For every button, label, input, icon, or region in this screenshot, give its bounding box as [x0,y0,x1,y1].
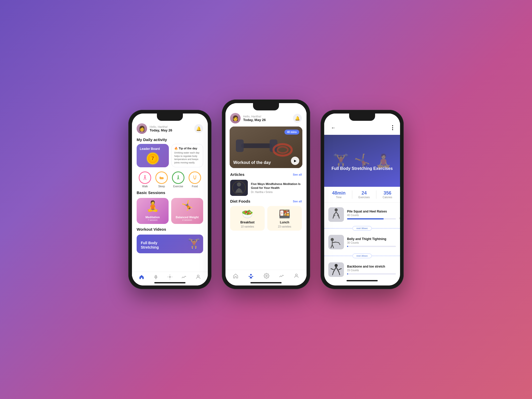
diet-lunch[interactable]: 🍱 Lunch 23 varieties [267,206,302,231]
svg-point-15 [237,182,241,187]
exercise-1-progress: 75% [347,218,396,220]
exercise-2-fill [347,246,348,247]
center-header-text: Hello, Haritha! Today, May 26 [243,115,266,122]
more-button[interactable]: ⋮ [390,124,395,131]
date-left: Today, May 26 [150,128,172,132]
breakfast-icon: 🥗 [242,209,253,220]
exercise-1-name: Pile Squat and Heel Raises [347,210,396,213]
rest-divider-1: rest 30sec [324,224,400,232]
workout-hero[interactable]: 40 mins Workout of the day ▶ [230,127,302,168]
exercise-2-progress: 0% [347,246,396,247]
daily-activity-cards: Leader Board 7 🔥 Tip of the day Drinking… [132,144,208,170]
nav-activity-left[interactable] [153,274,159,280]
svg-point-21 [296,274,297,276]
nav-profile-center[interactable] [294,273,299,279]
diet-breakfast[interactable]: 🥗 Breakfast 10 varieties [230,206,265,231]
food-label: Food [192,185,198,188]
time-value: 48min [332,190,345,196]
svg-point-0 [144,175,146,177]
exercise-2-counts: 30 Counts [347,241,396,244]
sessions-row: 🧘 Meditation 7 session 🤸 Balanced Weight… [132,197,208,226]
breakfast-name: Breakfast [240,221,255,224]
center-avatar: 👩 [230,113,241,123]
back-button[interactable]: ← [329,123,338,132]
exercise-1-info: Pile Squat and Heel Raises 40 Counts 75% [347,210,396,220]
article-card[interactable]: Five Ways Mindfulness Meditation Is Good… [225,178,307,198]
exercise-list: Pile Squat and Heel Raises 40 Counts 75%… [324,203,400,280]
workout-banner[interactable]: 🏋️ Full BodyStretching [137,235,203,253]
svg-rect-9 [241,143,272,148]
svg-point-19 [252,276,253,277]
rest-label-2: rest 30sec [353,254,372,258]
stat-exercises: 24 Exercises [358,190,370,199]
bell-button-left[interactable]: 🔔 [194,124,203,133]
svg-point-23 [335,208,338,211]
article-thumb [230,180,248,196]
activity-walk[interactable]: Walk [139,171,151,188]
svg-point-27 [335,264,338,267]
breakfast-varieties: 10 varieties [241,225,254,228]
activity-exercise[interactable]: Exercise [172,171,184,188]
session-weight[interactable]: 🤸 Balanced Weight 4 session [171,198,203,224]
header-text: Hello, Haritha! Today, May 26 [150,125,172,132]
walk-icon [139,171,151,184]
svg-point-20 [266,275,267,277]
article-author: Dr. Haritha • 5mins [251,191,302,194]
nav-activity-center[interactable] [248,272,254,279]
phone-center: 👩 Hello, Haritha! Today, May 26 🔔 [222,99,310,289]
exercise-1[interactable]: Pile Squat and Heel Raises 40 Counts 75% [324,205,400,224]
date-center: Today, May 26 [243,118,266,122]
home-bar-center [250,282,282,283]
stat-calories: 356 Calories [383,190,392,199]
exercise-3-counts: 15 Counts [347,269,396,272]
play-button[interactable]: ▶ [291,157,299,165]
activity-sleep[interactable]: Sleep [155,171,168,188]
diet-foods-title: Diet Foods [230,199,250,203]
exercise-3-name: Backbone and toe stretch [347,265,396,268]
daily-activity-title: My Daily activity [132,136,208,144]
food-icon [189,171,201,184]
leaderboard-card[interactable]: Leader Board 7 [137,144,169,167]
rest-label-1: rest 30sec [353,226,372,231]
phone-left: 👩 Hello, Haritha! Today, May 26 🔔 My Dai… [128,110,211,289]
exercise-icon [172,171,184,184]
exercise-2-info: Belly and Thight Tightning 30 Counts 0% [347,237,396,247]
time-label: Time [336,196,342,199]
diet-see-all[interactable]: See all [293,200,302,203]
workout-videos-title: Workout Videos [132,226,208,234]
right-screen: ← ⋮ 🏋️🤸🧘 ▶ Full Body Stretching Exercise… [324,114,400,285]
home-bar-right [347,280,378,281]
activity-food[interactable]: Food [189,171,201,188]
nav-chart-left[interactable] [181,274,187,280]
video-hero[interactable]: 🏋️🤸🧘 ▶ Full Body Stretching Exercises [324,135,400,187]
exercise-2[interactable]: Belly and Thight Tightning 30 Counts 0% [324,232,400,252]
exercise-3[interactable]: Backbone and toe stretch 15 Counts 0% [324,260,400,280]
sleep-label: Sleep [158,185,165,188]
exercises-label: Exercises [358,196,370,199]
article-title: Five Ways Mindfulness Meditation Is Good… [251,182,302,190]
activity-row: Walk Sleep [132,170,208,189]
notch-left [157,114,183,121]
svg-point-6 [169,276,171,278]
svg-rect-10 [236,139,244,152]
center-avatar-section: 👩 Hello, Haritha! Today, May 26 [230,113,266,123]
nav-home-left[interactable] [139,274,144,280]
svg-point-18 [249,276,250,277]
nav-chart-center[interactable] [279,273,284,279]
articles-see-all[interactable]: See all [293,173,302,176]
rest-divider-2: rest 30sec [324,252,400,260]
nav-home-center[interactable] [233,273,238,279]
sleep-icon [155,171,168,184]
calories-value: 356 [383,190,391,196]
bell-button-center[interactable]: 🔔 [293,114,302,123]
weight-count: 4 session [182,219,192,221]
exercise-2-thumb [328,235,344,249]
nav-profile-left[interactable] [195,274,201,280]
svg-point-7 [197,275,199,277]
nav-settings-left[interactable] [167,274,173,280]
walk-label: Walk [142,185,148,188]
bottom-nav-left [132,272,208,285]
session-meditation[interactable]: 🧘 Meditation 7 session [137,198,169,224]
exercise-3-thumb [328,262,344,277]
nav-settings-center[interactable] [264,273,269,279]
